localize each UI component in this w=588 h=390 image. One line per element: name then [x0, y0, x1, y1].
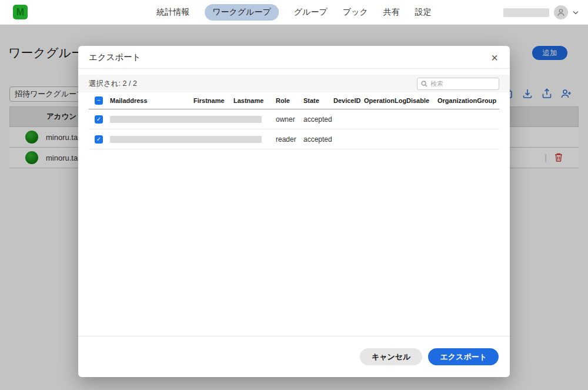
app-logo-icon[interactable]: M — [13, 5, 28, 19]
search-box[interactable] — [417, 78, 499, 90]
export-button[interactable]: エクスポート — [428, 348, 499, 365]
cell-state: accepted — [303, 135, 333, 144]
col-operationlog: OperationLog — [364, 97, 406, 104]
export-modal: エクスポート × 選択され: 2 / 2 − Mailaddress First… — [78, 46, 510, 377]
nav-item-statistics[interactable]: 統計情報 — [156, 7, 189, 18]
mailaddress-redacted — [110, 136, 262, 143]
search-icon — [421, 81, 427, 87]
row-checkbox[interactable]: ✓ — [95, 115, 103, 124]
col-organizationgroup: OrganizationGroup — [437, 97, 499, 104]
cell-role: owner — [276, 115, 303, 124]
chevron-down-icon[interactable] — [573, 11, 579, 15]
user-menu — [503, 0, 579, 25]
selection-count: 選択され: 2 / 2 — [89, 79, 137, 89]
modal-title: エクスポート — [89, 52, 141, 63]
export-table-header: − Mailaddress Firstname Lastname Role St… — [89, 92, 499, 109]
export-table-row[interactable]: ✓ reader accepted — [89, 129, 499, 149]
modal-footer: キャンセル エクスポート — [78, 336, 510, 377]
row-checkbox[interactable]: ✓ — [95, 135, 103, 144]
user-avatar[interactable] — [554, 5, 568, 19]
nav-item-groups[interactable]: グループ — [294, 7, 328, 18]
modal-header: エクスポート × — [78, 46, 510, 69]
username-redacted — [503, 8, 549, 17]
col-mailaddress: Mailaddress — [110, 97, 193, 104]
top-navigation-bar: M 統計情報 ワークグループ グループ ブック 共有 設定 — [0, 0, 588, 25]
select-all-checkbox[interactable]: − — [95, 96, 103, 105]
nav-item-settings[interactable]: 設定 — [415, 7, 432, 18]
search-input[interactable] — [430, 80, 495, 87]
export-table-row[interactable]: ✓ owner accepted — [89, 109, 499, 129]
col-state: State — [303, 97, 333, 104]
mailaddress-redacted — [110, 116, 262, 123]
close-icon[interactable]: × — [486, 49, 503, 66]
nav-item-share[interactable]: 共有 — [383, 7, 400, 18]
col-firstname: Firstname — [193, 97, 233, 104]
col-lastname: Lastname — [233, 97, 276, 104]
cell-state: accepted — [303, 115, 333, 124]
main-nav: 統計情報 ワークグループ グループ ブック 共有 設定 — [156, 0, 432, 25]
nav-item-books[interactable]: ブック — [343, 7, 368, 18]
col-deviceid: DeviceID — [333, 97, 364, 104]
col-role: Role — [276, 97, 303, 104]
cancel-button[interactable]: キャンセル — [360, 348, 423, 365]
app-root: ワークグループ 追加 — [0, 0, 588, 390]
col-disable: Disable — [406, 97, 437, 104]
modal-toolbar: 選択され: 2 / 2 — [78, 75, 510, 92]
nav-item-workgroups[interactable]: ワークグループ — [205, 4, 279, 21]
cell-role: reader — [276, 135, 303, 144]
